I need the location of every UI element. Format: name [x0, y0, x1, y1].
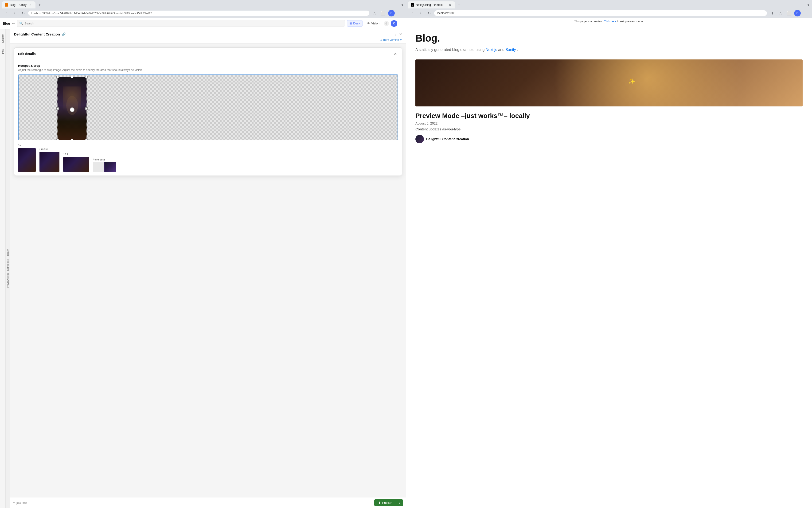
hotspot-description: Adjust the rectangle to crop image. Adju… — [18, 69, 398, 72]
sidebar-item-content[interactable]: Content — [0, 31, 5, 46]
screen-icon-2[interactable]: ⬜ — [786, 10, 792, 16]
sparkle-icon: ✨ — [628, 78, 635, 85]
user-avatar-2[interactable]: C — [794, 10, 801, 16]
chevron-down-icon: ∨ — [400, 38, 402, 42]
back-button[interactable]: ‹ — [3, 10, 9, 16]
hotspot-circle[interactable] — [70, 108, 75, 112]
sanity-menu-icon[interactable]: ⋮ — [399, 21, 403, 26]
timestamp: ✏ just now — [13, 501, 27, 505]
sanity-search[interactable]: 🔍 Search — [17, 20, 345, 27]
preview-banner: This page is a preview. Click here to ex… — [406, 18, 812, 25]
bookmark-icon-2[interactable]: ☆ — [777, 10, 784, 16]
edit-icon[interactable]: ✏ — [12, 22, 15, 26]
aspect-panorama-thumb[interactable] — [93, 162, 116, 172]
eye-icon: 👁 — [367, 22, 370, 25]
publish-dropdown-button[interactable]: ∨ — [396, 499, 403, 506]
nextjs-link[interactable]: Next.js — [486, 48, 497, 52]
blog-post-title: Preview Mode –just works™– locally — [415, 112, 803, 120]
sanity-tab[interactable]: Blog – Sanity × — [2, 1, 36, 8]
forward-button[interactable]: › — [11, 10, 18, 16]
nextjs-panel: This page is a preview. Click here to ex… — [406, 18, 812, 508]
search-placeholder: Search — [25, 22, 34, 25]
preview-mode-label: Preview Mode –just works™– locally — [7, 249, 9, 288]
panorama-left — [93, 162, 104, 172]
vision-label: Vision — [371, 22, 379, 25]
nextjs-tab[interactable]: N Next.js Blog Example with San... × — [408, 1, 455, 8]
author-row: Delightful Content Creation — [415, 135, 803, 143]
aspect-panorama-label: Panorama — [93, 158, 116, 161]
sanity-tab-title: Blog – Sanity — [10, 3, 27, 7]
modal-body: Hotspot & crop Adjust the rectangle to c… — [14, 60, 402, 175]
bookmark-icon[interactable]: ☆ — [371, 10, 378, 16]
subtitle-text: A statically generated blog example usin… — [415, 48, 486, 52]
blog-title: Blog. — [415, 33, 803, 44]
aspect-16-9-label: 16:9 — [63, 153, 89, 156]
aspect-3-4-thumb[interactable] — [18, 148, 36, 172]
sanity-logo: Blog — [3, 22, 10, 26]
notification-count[interactable]: 0 — [384, 21, 389, 26]
sanity-link[interactable]: Sanity — [505, 48, 516, 52]
address-bar[interactable]: localhost:3333/desk/post;54c016db-11d8-4… — [28, 10, 369, 16]
image-editor[interactable] — [18, 75, 398, 140]
new-tab-button-2[interactable]: + — [456, 2, 462, 8]
preview-banner-suffix: to exit preview mode. — [617, 20, 644, 23]
search-icon: 🔍 — [19, 22, 23, 25]
pencil-icon: ✏ — [13, 501, 15, 504]
tab-overflow-button[interactable]: ▾ — [400, 2, 404, 8]
sanity-favicon — [5, 3, 8, 7]
panorama-right — [105, 162, 116, 172]
menu-icon[interactable]: ⋮ — [397, 10, 403, 16]
forward-button-2[interactable]: › — [417, 10, 424, 16]
aspect-panorama: Panorama — [93, 158, 116, 172]
document-menu-button[interactable]: ⋮ — [393, 32, 397, 36]
blog-post-date: August 5, 2022 — [415, 122, 803, 125]
tab-overflow-button-2[interactable]: ▾ — [807, 2, 810, 8]
aspect-square-thumb[interactable] — [39, 152, 59, 172]
nextjs-tab-close[interactable]: × — [448, 3, 452, 7]
blog-subtitle: A statically generated blog example usin… — [415, 48, 803, 52]
refresh-button[interactable]: ↻ — [20, 10, 26, 16]
refresh-button-2[interactable]: ↻ — [426, 10, 432, 16]
screen-icon[interactable]: ⬜ — [380, 10, 386, 16]
publish-button[interactable]: ⬆ Publish — [374, 499, 396, 506]
blog-post-tagline: Content updates as-you-type — [415, 127, 803, 131]
exit-preview-link[interactable]: Click here — [604, 20, 616, 23]
preview-mode-sidebar: Preview Mode –just works™– locally — [6, 29, 10, 508]
sanity-tab-close[interactable]: × — [29, 3, 33, 7]
crop-handle-mr[interactable] — [85, 108, 88, 110]
crop-handle-tr[interactable] — [85, 76, 88, 78]
url-text: localhost:3333/desk/post;54c016db-11d8-4… — [31, 12, 154, 14]
document-close-button[interactable]: ✕ — [399, 32, 402, 36]
edit-details-modal: Edit details ✕ Hotspot & crop Adjust the… — [14, 47, 402, 176]
new-tab-button[interactable]: + — [36, 2, 43, 8]
crop-handle-bm[interactable] — [71, 139, 73, 140]
modal-close-button[interactable]: ✕ — [392, 51, 398, 57]
crop-handle-br[interactable] — [85, 139, 88, 140]
download-icon[interactable]: ⬇ — [769, 10, 775, 16]
crop-handle-tm[interactable] — [71, 76, 73, 78]
user-avatar[interactable]: C — [388, 10, 395, 16]
sanity-user-avatar[interactable]: C — [391, 20, 397, 27]
menu-icon-2[interactable]: ⋮ — [803, 10, 809, 16]
version-badge[interactable]: Current version ∨ — [380, 38, 402, 42]
document-area: Delightful Content Creation 🔗 ⋮ ✕ Curren… — [10, 29, 406, 508]
back-button-2[interactable]: ‹ — [409, 10, 415, 16]
address-bar-2[interactable]: localhost:3000 — [434, 10, 767, 16]
aspect-16-9-thumb[interactable] — [63, 157, 89, 172]
hotspot-label: Hotspot & crop — [18, 64, 398, 68]
sidebar-item-post[interactable]: Post — [0, 46, 5, 57]
desk-button[interactable]: ⊞ Desk — [347, 20, 363, 27]
crop-handle-tl[interactable] — [56, 76, 59, 78]
vision-button[interactable]: 👁 Vision — [365, 20, 382, 26]
link-icon[interactable]: 🔗 — [62, 33, 66, 36]
publish-icon: ⬆ — [378, 501, 381, 505]
modal-title: Edit details — [18, 52, 392, 56]
desk-icon: ⊞ — [349, 22, 352, 25]
document-title: Delightful Content Creation — [14, 32, 60, 36]
sanity-topbar: Blog ✏ 🔍 Search ⊞ Desk 👁 Vision 0 C ⋮ — [0, 18, 406, 29]
sanity-sidebar: Content Post — [0, 29, 6, 508]
aspect-square-label: Square — [39, 147, 59, 151]
crop-handle-bl[interactable] — [56, 139, 59, 140]
crop-handle-ml[interactable] — [56, 108, 59, 110]
aspect-16-9: 16:9 — [63, 153, 89, 172]
